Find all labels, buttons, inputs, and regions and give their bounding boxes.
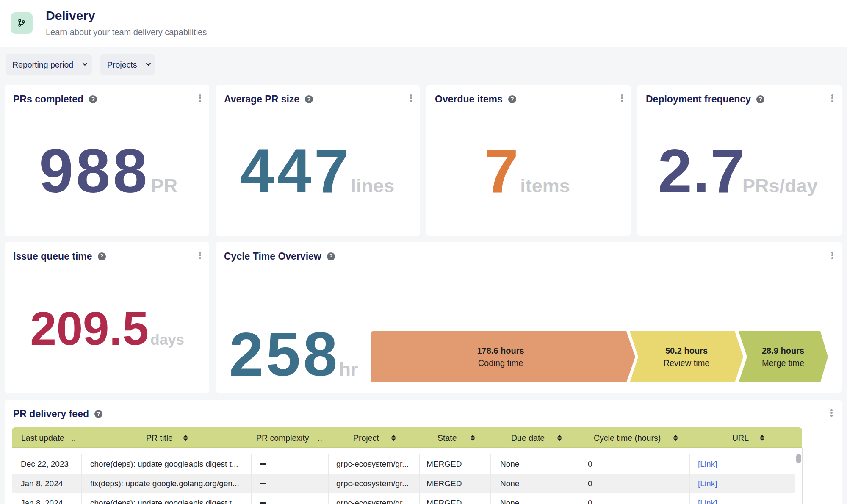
svg-text:Merge time: Merge time <box>762 358 804 368</box>
svg-text:Review time: Review time <box>664 358 710 368</box>
svg-text:178.6 hours: 178.6 hours <box>477 346 524 355</box>
svg-text:Coding time: Coding time <box>478 358 523 368</box>
svg-text:50.2 hours: 50.2 hours <box>665 346 708 355</box>
svg-text:28.9 hours: 28.9 hours <box>762 346 804 355</box>
